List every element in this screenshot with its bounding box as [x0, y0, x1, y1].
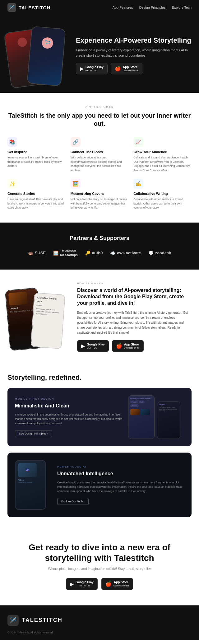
feature-covers-title: Mesmerizing Covers [71, 192, 129, 195]
app-features-label: APP FEATURES [7, 105, 192, 108]
partners-title: Partners & Supporters [7, 235, 192, 242]
hiw-google-play-button[interactable]: ▶ Google PlayGET IT ON [77, 340, 109, 352]
hiw-app-store-text: App StoreDownload on the [124, 342, 140, 350]
cta-app-store-button[interactable]: 🍎 App StoreDownload on the [101, 578, 133, 590]
footer-logo-text: TALESTITCH [22, 617, 62, 623]
aws-label: aws activate [117, 251, 141, 255]
nav-app-features[interactable]: App Features [113, 6, 133, 9]
zendesk-icon: 💬 [148, 251, 154, 256]
hiw-google-play-text: Google PlayGET IT ON [87, 342, 105, 350]
hiw-title: Discover a world of AI-powered storytell… [77, 287, 192, 307]
footer-copyright: © 2024 Talestitch. All rights reserved. [7, 631, 192, 634]
hero-google-play-button[interactable]: ▶ Google PlayGET IT ON [76, 63, 108, 74]
app-store-text: App StoreDownload on the [123, 65, 138, 72]
hiw-google-play-icon: ▶ [81, 343, 85, 349]
feature-grow-audience-desc: Cultivate and Expand Your Audience Reach… [133, 156, 192, 172]
hiw-label: HOW IT WORKS [77, 282, 192, 285]
hero-phone-front: 🪡 [27, 26, 66, 87]
ai-phone: 🌌 AI Story Generating narrative... [15, 460, 46, 510]
feature-collab-writing-desc: Collaborate with other authors to extend… [133, 197, 192, 210]
feature-collab-writing-title: Collaborative Writing [133, 192, 192, 195]
generate-stories-icon: ✨ [7, 179, 17, 189]
hero-app-store-button[interactable]: 🍎 App StoreDownload on the [111, 63, 142, 74]
cta-google-play-icon: ▶ [70, 581, 74, 587]
google-play-text: Google PlayGET IT ON [86, 65, 104, 72]
suse-label: SUSE [35, 251, 46, 255]
app-features-title: TaleStitch is the only app you need to l… [7, 111, 192, 128]
storytelling-title: Storytelling, redefined. [7, 374, 192, 382]
feature-get-inspired-title: Get Inspired [7, 150, 66, 154]
hero-store-buttons: ▶ Google PlayGET IT ON 🍎 App StoreDownlo… [76, 63, 192, 74]
partner-microsoft: 🪟 Microsoftfor Startups [53, 249, 78, 257]
ai-card-label: POWERHOUSE AI [57, 465, 184, 468]
auth0-label: auth0 [92, 251, 103, 255]
logo-icon: 🪡 [7, 3, 16, 12]
design-card-text: Immerse yourself in the seamless embrace… [15, 412, 123, 426]
design-card-label: MOBILE FIRST DESIGN [15, 397, 123, 400]
navigation: 🪡 TALESTITCH App Features Design Princip… [0, 0, 199, 15]
ai-card-phones: 🌌 AI Story Generating narrative... [15, 460, 52, 510]
hero-title: Experience AI-Powered Storytelling [76, 36, 192, 45]
partners-logos: 🦔 SUSE 🪟 Microsoftfor Startups 🔑 auth0 ☁… [7, 249, 192, 257]
cta-section: Get ready to dive into a new era of stor… [0, 527, 199, 605]
cta-google-play-text: Google PlayGET IT ON [76, 580, 94, 587]
connect-pieces-icon: 🔗 [71, 137, 81, 147]
design-phone-a: What do you want to explore? Fantasy Sci… [128, 395, 155, 439]
ai-card-title: Unmatched Intelligence [57, 471, 184, 477]
footer-logo: 🪡 TALESTITCH [7, 615, 192, 626]
cta-app-store-text: App StoreDownload on the [113, 580, 129, 587]
nav-explore-tech[interactable]: Explore Tech [172, 6, 192, 9]
grow-audience-icon: 📈 [133, 137, 143, 147]
design-phone-b-screen: Chapter 3 The Storm of Nature... lorem i… [157, 402, 180, 439]
hero-section: 🪡 Experience AI-Powered Storytelling Emb… [0, 15, 199, 93]
cta-buttons: ▶ Google PlayGET IT ON 🍎 App StoreDownlo… [7, 578, 192, 590]
design-phone-a-screen: What do you want to explore? Fantasy Sci… [128, 396, 154, 439]
ai-card-text: Creative box AI possesses the remarkable… [57, 480, 184, 494]
hiw-content: HOW IT WORKS Discover a world of AI-powe… [77, 282, 192, 352]
storytelling-section: Storytelling, redefined. MOBILE FIRST DE… [0, 364, 199, 527]
how-it-works-section: Chapter 1 The beginning of an epic tale.… [0, 270, 199, 364]
get-inspired-icon: 📚 [7, 137, 17, 147]
design-card-content: MOBILE FIRST DESIGN Minimalistic And Cle… [15, 397, 123, 437]
logo-text: TALESTITCH [19, 5, 50, 10]
feature-grow-audience: 📈 Grow Your Audience Cultivate and Expan… [133, 137, 192, 172]
see-design-principles-button[interactable]: See Design Principles › [15, 430, 52, 437]
hiw-text: Embark on a creative journey with TaleSt… [77, 310, 192, 335]
hiw-phones: Chapter 1 The beginning of an epic tale.… [7, 283, 70, 351]
partner-zendesk: 💬 zendesk [148, 251, 171, 256]
design-card-phones: What do you want to explore? Fantasy Sci… [128, 395, 184, 439]
hiw-phone-2: A Timeless Story of Love Chapter 1 Lorem… [30, 293, 65, 349]
partner-auth0: 🔑 auth0 [85, 251, 103, 256]
feature-connect-pieces: 🔗 Connect The Pieces With collaboration … [71, 137, 129, 172]
ai-phone-screen: 🌌 AI Story Generating narrative... [16, 461, 45, 509]
hiw-app-store-button[interactable]: 🍎 App StoreDownload on the [112, 340, 144, 352]
nav-design-principles[interactable]: Design Principles [139, 6, 166, 9]
microsoft-icon: 🪟 [53, 251, 58, 256]
feature-covers: 🖼️ Mesmerizing Covers Not only does the … [71, 179, 129, 210]
auth0-icon: 🔑 [85, 251, 90, 256]
feature-connect-pieces-desc: With collaboration at its core, extend/r… [71, 156, 129, 172]
partners-section: Partners & Supporters 🦔 SUSE 🪟 Microsoft… [0, 223, 199, 270]
collab-writing-icon: ✍️ [133, 179, 143, 189]
hero-phone-front-screen: 🪡 [27, 27, 65, 86]
partner-suse: 🦔 SUSE [28, 251, 46, 256]
footer-logo-icon: 🪡 [7, 615, 19, 626]
feature-grow-audience-title: Grow Your Audience [133, 150, 192, 154]
cta-google-play-button[interactable]: ▶ Google PlayGET IT ON [66, 578, 98, 590]
partner-aws: ☁️ aws activate [110, 251, 141, 256]
microsoft-label: Microsoftfor Startups [60, 249, 78, 257]
covers-icon: 🖼️ [71, 179, 81, 189]
zendesk-label: zendesk [155, 251, 171, 255]
nav-logo: 🪡 TALESTITCH [7, 3, 50, 12]
design-card-title: Minimalistic And Clean [15, 403, 123, 409]
apple-icon: 🍎 [115, 66, 121, 72]
cta-subtitle: Where plots, images, and imagination col… [7, 567, 192, 571]
explore-tech-button[interactable]: Explore Our Tech › [57, 498, 89, 505]
suse-icon: 🦔 [28, 251, 33, 256]
ai-card: 🌌 AI Story Generating narrative... POWER… [7, 453, 192, 517]
hiw-store-buttons: ▶ Google PlayGET IT ON 🍎 App StoreDownlo… [77, 340, 192, 352]
hiw-screen-2: A Timeless Story of Love Chapter 1 Lorem… [31, 293, 65, 348]
hero-phones: 🪡 [7, 24, 70, 87]
features-grid: 📚 Get Inspired Immerse yourself in a vas… [7, 137, 192, 210]
feature-generate-stories: ✨ Generate Stories Have an original idea… [7, 179, 66, 210]
